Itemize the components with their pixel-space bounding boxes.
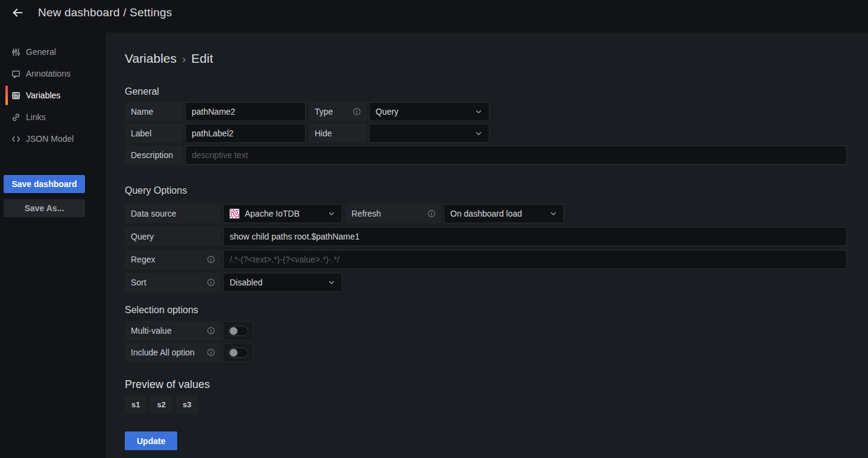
hide-label: Hide	[309, 124, 367, 143]
label-input[interactable]	[185, 124, 306, 143]
info-icon[interactable]	[202, 278, 215, 287]
sidebar-item-label: JSON Model	[26, 134, 74, 144]
hide-select[interactable]	[369, 124, 489, 143]
general-section-heading: General	[125, 86, 847, 97]
code-brackets-icon	[11, 134, 20, 144]
sort-select[interactable]: Disabled	[223, 273, 342, 292]
label-label: Label	[125, 124, 183, 143]
breadcrumb: Variables › Edit	[125, 51, 847, 66]
breadcrumb-separator: ›	[182, 52, 186, 66]
preview-value-chip: s2	[150, 395, 172, 414]
chevron-down-icon	[474, 107, 483, 116]
description-label: Description	[125, 145, 183, 165]
chevron-down-icon	[549, 209, 558, 218]
save-dashboard-button[interactable]: Save dashboard	[4, 175, 85, 193]
top-header: New dashboard / Settings	[0, 0, 868, 33]
query-options-section-heading: Query Options	[125, 185, 847, 196]
sidebar-item-label: Annotations	[26, 69, 71, 78]
sidebar-item-json-model[interactable]: JSON Model	[0, 128, 105, 150]
query-input[interactable]	[223, 227, 847, 246]
info-icon[interactable]	[202, 326, 215, 335]
sidebar-item-annotations[interactable]: Annotations	[0, 63, 105, 84]
sidebar-item-variables[interactable]: Variables	[0, 84, 105, 106]
breadcrumb-section[interactable]: Variables	[125, 51, 177, 66]
sidebar-item-general[interactable]: General	[0, 41, 105, 63]
sidebar-item-links[interactable]: Links	[0, 106, 105, 128]
multi-value-toggle[interactable]	[223, 321, 253, 340]
link-icon	[11, 112, 20, 122]
description-input[interactable]	[185, 145, 847, 165]
sidebar-item-label: Variables	[26, 91, 60, 100]
sliders-icon	[11, 47, 20, 57]
preview-value-chip: s3	[176, 395, 198, 414]
update-button[interactable]: Update	[125, 431, 177, 450]
preview-values-list: s1 s2 s3	[125, 395, 847, 414]
selection-options-section-heading: Selection options	[125, 305, 847, 316]
name-label: Name	[125, 102, 183, 121]
refresh-label: Refresh	[345, 204, 442, 223]
preview-value-chip: s1	[125, 395, 146, 414]
include-all-toggle[interactable]	[223, 343, 253, 362]
info-icon[interactable]	[348, 107, 361, 116]
include-all-label: Include All option	[125, 343, 221, 362]
breadcrumb-page: Edit	[191, 51, 213, 66]
toggle-track	[228, 348, 248, 358]
settings-sidebar: General Annotations Variables Links JSON	[0, 33, 105, 458]
toggle-knob	[230, 327, 237, 335]
refresh-select[interactable]: On dashboard load	[444, 204, 564, 223]
info-icon[interactable]	[202, 255, 215, 264]
variables-icon	[11, 91, 20, 100]
name-input[interactable]	[185, 102, 306, 121]
regex-label: Regex	[125, 250, 221, 269]
toggle-track	[228, 326, 248, 336]
chevron-down-icon	[327, 209, 336, 218]
info-icon[interactable]	[202, 348, 215, 357]
sidebar-item-label: Links	[26, 112, 46, 122]
info-icon[interactable]	[423, 209, 436, 218]
chevron-down-icon	[327, 278, 336, 287]
sidebar-item-label: General	[26, 47, 56, 57]
annotation-icon	[11, 69, 20, 78]
toggle-knob	[230, 349, 237, 357]
datasource-label: Data source	[125, 204, 221, 223]
query-label: Query	[125, 227, 221, 246]
multi-value-label: Multi-value	[125, 321, 221, 340]
type-select[interactable]: Query	[369, 102, 489, 121]
chevron-down-icon	[474, 129, 483, 138]
regex-input[interactable]	[223, 250, 847, 269]
preview-of-values-heading: Preview of values	[125, 378, 847, 391]
save-as-button[interactable]: Save As...	[4, 199, 85, 217]
page-title: New dashboard / Settings	[38, 6, 172, 19]
sort-label: Sort	[125, 273, 221, 292]
variables-edit-panel: Variables › Edit General Name Type	[105, 33, 868, 458]
datasource-select[interactable]: Apache IoTDB	[223, 204, 342, 223]
back-button[interactable]	[8, 3, 27, 22]
type-label: Type	[309, 102, 367, 121]
apache-iotdb-logo-icon	[230, 209, 239, 218]
arrow-left-icon	[11, 6, 24, 19]
